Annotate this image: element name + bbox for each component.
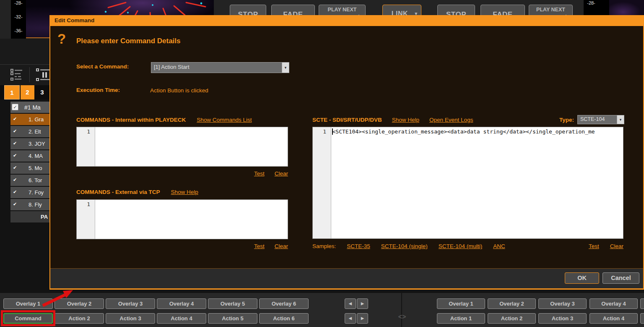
action-2-button-right[interactable]: Action 2 xyxy=(488,313,536,324)
execution-time-label: Execution Time: xyxy=(76,87,120,93)
playlist-view-icon[interactable] xyxy=(9,68,24,82)
select-command-label: Select a Command: xyxy=(76,63,129,70)
clip-label: 8. Fly xyxy=(29,201,42,208)
audio-meter-right: -28- xyxy=(584,0,609,15)
scte-type-value: SCTE-104 xyxy=(578,115,617,124)
external-commands-header: COMMANDS - External via TCP Show Help xyxy=(76,189,198,195)
show-commands-list-link[interactable]: Show Commands List xyxy=(197,117,252,123)
scte-title: SCTE - SDI/SRT/UDP/DVB xyxy=(312,117,382,123)
splitter-handle-icon[interactable]: <> xyxy=(392,313,412,321)
cancel-button[interactable]: Cancel xyxy=(602,272,639,284)
overlay-page-prev-button[interactable]: ◀ xyxy=(345,298,356,309)
dialog-footer: OK Cancel xyxy=(50,268,643,288)
overlay-5-button[interactable]: Overlay 5 xyxy=(208,298,257,309)
internal-clear-link[interactable]: Clear xyxy=(275,170,288,177)
dialog-heading: Please enter Command Details xyxy=(76,37,180,45)
scte-content[interactable]: <SCTE104><single_operation_message><data… xyxy=(331,127,623,238)
action-5-button[interactable]: Action 5 xyxy=(208,313,257,324)
command-select-value: [1] Action Start xyxy=(151,63,282,73)
check-icon[interactable]: ✔ xyxy=(13,153,17,158)
dialog-title-bar[interactable]: Edit Command xyxy=(50,15,643,26)
check-icon[interactable]: ✔ xyxy=(13,165,17,170)
overlay-4-button[interactable]: Overlay 4 xyxy=(157,298,206,309)
overlay-button-fragment[interactable] xyxy=(640,298,644,309)
check-icon[interactable]: ✔ xyxy=(13,189,17,195)
external-clear-link[interactable]: Clear xyxy=(275,243,288,249)
sample-scte-104-single-link[interactable]: SCTE-104 (single) xyxy=(381,243,428,249)
meter-scale-label: -32- xyxy=(11,14,26,19)
clip-label: 2. Elt xyxy=(29,128,41,135)
clip-label: 5. Mo xyxy=(29,165,42,171)
ok-button[interactable]: OK xyxy=(565,272,599,284)
external-commands-editor[interactable]: 1 xyxy=(76,199,288,239)
annotation-highlight-rect xyxy=(1,310,55,326)
scte-samples-row: Samples: SCTE-35 SCTE-104 (single) SCTE-… xyxy=(312,243,623,249)
scte-show-help-link[interactable]: Show Help xyxy=(392,117,419,123)
action-3-button-right[interactable]: Action 3 xyxy=(538,313,587,324)
external-test-link[interactable]: Test xyxy=(254,243,265,249)
scte-editor[interactable]: 1 <SCTE104><single_operation_message><da… xyxy=(312,127,623,239)
clip-label: 6. Tor xyxy=(29,177,42,183)
play-next-label: PLAY NEXT xyxy=(529,5,572,13)
overlay-page-next-button[interactable]: ▶ xyxy=(357,298,368,309)
action-2-button[interactable]: Action 2 xyxy=(55,313,104,324)
command-select[interactable]: [1] Action Start ▾ xyxy=(151,62,289,73)
scte-type-select[interactable]: SCTE-104 ▾ xyxy=(577,115,624,124)
external-show-help-link[interactable]: Show Help xyxy=(171,189,198,195)
external-test-clear-row: Test Clear xyxy=(76,243,288,249)
sample-scte-35-link[interactable]: SCTE-35 xyxy=(347,243,370,249)
scte-clear-link[interactable]: Clear xyxy=(610,243,623,249)
line-number-gutter: 1 xyxy=(77,127,95,166)
action-6-button[interactable]: Action 6 xyxy=(259,313,309,324)
toolbar-divider xyxy=(29,67,30,82)
overlay-6-button[interactable]: Overlay 6 xyxy=(259,298,309,309)
scte-type-label: Type: xyxy=(559,117,574,123)
line-number-gutter: 1 xyxy=(77,200,95,239)
chevron-down-icon[interactable]: ▾ xyxy=(617,115,624,124)
sample-anc-link[interactable]: ANC xyxy=(493,243,505,249)
action-page-prev-button[interactable]: ◀ xyxy=(345,313,356,324)
play-next-label: PLAY NEXT xyxy=(319,5,365,13)
action-page-next-button[interactable]: ▶ xyxy=(357,313,368,324)
check-icon[interactable]: ✔ xyxy=(13,116,17,122)
clip-label: 7. Foy xyxy=(29,189,44,196)
external-commands-content[interactable] xyxy=(95,200,288,239)
open-event-logs-link[interactable]: Open Event Logs xyxy=(429,117,473,123)
check-icon[interactable]: ✔ xyxy=(13,141,17,146)
internal-commands-content[interactable] xyxy=(95,127,288,166)
action-button-fragment[interactable] xyxy=(640,313,644,324)
internal-test-clear-row: Test Clear xyxy=(76,170,288,177)
tab-1[interactable]: 1 xyxy=(4,85,20,99)
check-icon[interactable]: ✔ xyxy=(13,201,17,207)
action-3-button[interactable]: Action 3 xyxy=(106,313,155,324)
overlay-4-button-right[interactable]: Overlay 4 xyxy=(589,298,638,309)
action-1-button-right[interactable]: Action 1 xyxy=(437,313,485,324)
meter-scale-label: -28- xyxy=(584,0,599,5)
group-label: #1 Ma xyxy=(24,104,41,111)
preview-video-thumbnail xyxy=(609,0,644,15)
overlay-1-button-right[interactable]: Overlay 1 xyxy=(437,298,485,309)
panel-divider xyxy=(401,293,402,327)
internal-test-link[interactable]: Test xyxy=(254,170,265,177)
line-number: 1 xyxy=(87,201,90,207)
action-4-button-right[interactable]: Action 4 xyxy=(589,313,638,324)
tab-3[interactable]: 3 xyxy=(35,85,49,99)
edit-command-dialog: Edit Command ? Please enter Command Deta… xyxy=(49,15,644,290)
chevron-down-icon[interactable]: ▾ xyxy=(282,63,289,73)
scte-header: SCTE - SDI/SRT/UDP/DVB Show Help Open Ev… xyxy=(312,115,624,124)
scte-test-link[interactable]: Test xyxy=(589,243,599,249)
overlay-2-button-right[interactable]: Overlay 2 xyxy=(488,298,536,309)
check-icon[interactable]: ✔ xyxy=(13,128,17,134)
sample-scte-104-multi-link[interactable]: SCTE-104 (multi) xyxy=(439,243,482,249)
tab-2[interactable]: 2 xyxy=(21,85,34,99)
help-question-icon: ? xyxy=(57,31,66,47)
overlay-3-button[interactable]: Overlay 3 xyxy=(106,298,155,309)
check-icon[interactable]: ✔ xyxy=(13,177,17,183)
internal-commands-editor[interactable]: 1 xyxy=(76,127,288,167)
line-number: 1 xyxy=(87,128,90,135)
overlay-3-button-right[interactable]: Overlay 3 xyxy=(538,298,587,309)
group-checkbox[interactable]: ✓ xyxy=(12,104,18,110)
action-4-button[interactable]: Action 4 xyxy=(157,313,206,324)
execution-time-value: Action Button is clicked xyxy=(150,87,208,94)
internal-commands-title: COMMANDS - Internal within PLAYDECK xyxy=(76,117,186,123)
